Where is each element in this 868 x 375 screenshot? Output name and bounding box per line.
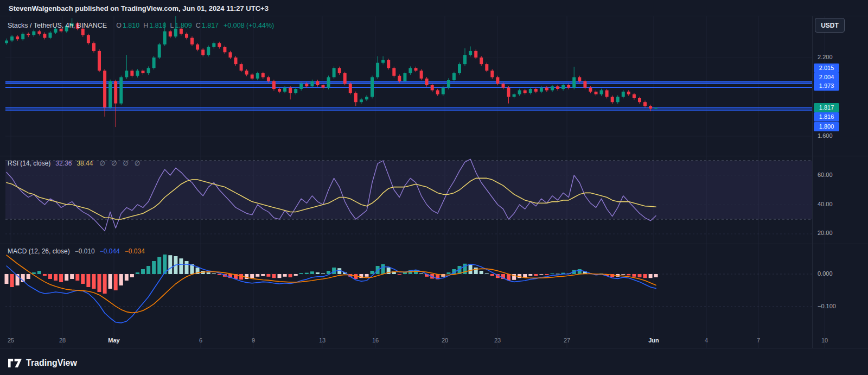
- macd-legend: MACD (12, 26, close) −0.010 −0.044 −0.03…: [8, 247, 145, 255]
- rsi-title[interactable]: RSI (14, close): [8, 160, 50, 167]
- tradingview-snapshot: StevenWalgenbach published on TradingVie…: [0, 0, 868, 375]
- macd-line-value: −0.044: [100, 247, 120, 255]
- level-price-badge: 2.015: [814, 63, 839, 73]
- level-price-badge: 2.004: [814, 73, 839, 82]
- footer-bar: TradingView: [0, 351, 868, 375]
- price-axis-label: 2.200: [818, 54, 833, 60]
- tradingview-wordmark[interactable]: TradingView: [26, 358, 77, 368]
- time-axis-label-9: 9: [252, 337, 255, 344]
- level-price-badge: 1.973: [814, 81, 839, 91]
- rsi-axis-label: 20.00: [818, 230, 833, 236]
- time-axis-label-7: 7: [757, 337, 760, 344]
- time-axis-label-16: 16: [372, 337, 379, 344]
- rsi-empty-values: ∅∅∅∅: [99, 160, 146, 167]
- change-value: +0.008 (+0.44%): [224, 22, 274, 29]
- chart-canvas[interactable]: [0, 0, 868, 375]
- tradingview-logo-icon[interactable]: [8, 359, 22, 367]
- time-axis-label-23: 23: [494, 337, 501, 344]
- ohlc-values: O1.810 H1.818 L1.809 C1.817 +0.008 (+0.4…: [112, 22, 274, 29]
- macd-histogram-value: −0.010: [75, 247, 95, 255]
- time-axis-label-may: May: [108, 337, 119, 344]
- current-price-badge: 1.817: [814, 103, 839, 112]
- currency-button[interactable]: USDT: [815, 18, 845, 33]
- time-axis-label-25: 25: [8, 337, 14, 344]
- macd-title[interactable]: MACD (12, 26, close): [8, 247, 70, 255]
- high-label: H: [143, 22, 148, 29]
- rsi-legend: RSI (14, close) 32.36 38.44 ∅∅∅∅: [8, 160, 146, 167]
- time-axis-label-10: 10: [821, 337, 828, 344]
- level-price-badge: 1.800: [814, 122, 839, 131]
- time-axis-label-28: 28: [59, 337, 66, 344]
- price-axis-label: 1.600: [818, 132, 833, 139]
- low-value: 1.809: [175, 22, 192, 29]
- publish-info-text: StevenWalgenbach published on TradingVie…: [9, 4, 269, 12]
- time-axis-label-6: 6: [199, 337, 202, 344]
- close-label: C: [196, 22, 201, 29]
- low-label: L: [170, 22, 174, 29]
- macd-signal-value: −0.034: [125, 247, 145, 255]
- time-axis-label-4: 4: [705, 337, 708, 344]
- symbol-title[interactable]: Stacks / TetherUS, 4h, BINANCE: [8, 22, 107, 29]
- rsi-value: 32.36: [55, 160, 72, 167]
- rsi-ma-value: 38.44: [76, 160, 93, 167]
- symbol-legend: Stacks / TetherUS, 4h, BINANCE O1.810 H1…: [8, 22, 274, 29]
- time-axis-label-20: 20: [442, 337, 448, 344]
- high-value: 1.818: [149, 22, 166, 29]
- publish-header: StevenWalgenbach published on TradingVie…: [0, 0, 868, 16]
- macd-axis-label: −0.100: [818, 303, 836, 309]
- close-value: 1.817: [202, 22, 219, 29]
- time-axis-label-jun: Jun: [648, 337, 659, 344]
- rsi-axis-label: 40.00: [818, 201, 833, 207]
- open-label: O: [116, 22, 122, 29]
- rsi-axis-label: 60.00: [818, 171, 833, 178]
- open-value: 1.810: [123, 22, 139, 29]
- level-price-badge: 1.816: [814, 112, 839, 122]
- time-axis-label-13: 13: [319, 337, 326, 344]
- time-axis-label-27: 27: [564, 337, 570, 344]
- macd-axis-label: 0.000: [818, 270, 833, 277]
